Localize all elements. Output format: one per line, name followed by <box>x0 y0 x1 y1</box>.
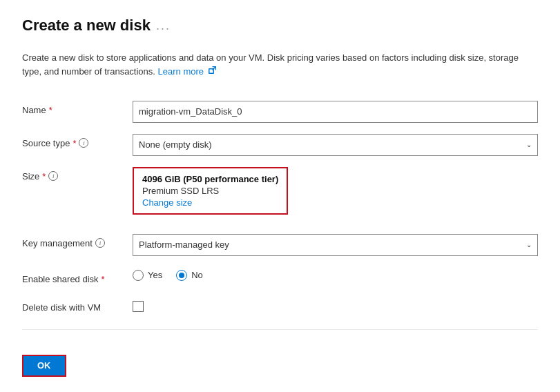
key-management-dropdown[interactable]: Platform-managed key ⌄ <box>133 234 538 256</box>
source-type-control-cell: None (empty disk) ⌄ <box>133 134 538 156</box>
source-type-label: Source type * i <box>22 138 122 148</box>
source-type-dropdown[interactable]: None (empty disk) ⌄ <box>133 134 538 156</box>
source-type-chevron-icon: ⌄ <box>526 141 532 148</box>
size-box: 4096 GiB (P50 performance tier) Premium … <box>133 167 288 215</box>
external-link-icon <box>209 64 216 78</box>
enable-shared-label-cell: Enable shared disk * <box>22 270 133 284</box>
name-required: * <box>49 105 52 115</box>
page-title: Create a new disk <box>22 17 151 35</box>
learn-more-link[interactable]: Learn more <box>158 66 216 77</box>
source-type-required: * <box>73 138 76 148</box>
header-ellipsis: ... <box>156 19 171 33</box>
enable-shared-label: Enable shared disk * <box>22 274 122 284</box>
delete-disk-checkbox[interactable] <box>133 301 144 312</box>
page-header: Create a new disk ... <box>22 17 538 35</box>
enable-shared-control-cell: Yes No <box>133 270 538 281</box>
key-management-row: Key management i Platform-managed key ⌄ <box>22 228 538 262</box>
size-label-cell: Size * i <box>22 167 133 182</box>
size-label: Size * i <box>22 171 122 182</box>
radio-no-button[interactable] <box>176 270 187 281</box>
key-management-info-icon[interactable]: i <box>95 238 105 248</box>
name-label-cell: Name * <box>22 101 133 115</box>
size-required: * <box>42 171 46 182</box>
key-management-control-cell: Platform-managed key ⌄ <box>133 234 538 256</box>
enable-shared-radio-group: Yes No <box>133 270 203 281</box>
name-input[interactable] <box>133 101 538 123</box>
size-main-text: 4096 GiB (P50 performance tier) <box>142 174 278 184</box>
name-control-cell <box>133 101 538 123</box>
key-management-chevron-icon: ⌄ <box>526 241 532 248</box>
delete-disk-label: Delete disk with VM <box>22 302 101 313</box>
source-type-info-icon[interactable]: i <box>79 138 88 148</box>
description-text: Create a new disk to store applications … <box>22 52 519 77</box>
size-row: Size * i 4096 GiB (P50 performance tier)… <box>22 161 538 220</box>
enable-shared-required: * <box>102 274 105 284</box>
radio-no-label[interactable]: No <box>176 270 203 281</box>
divider <box>22 329 538 330</box>
radio-yes-button[interactable] <box>133 270 144 281</box>
radio-no-dot <box>179 273 184 278</box>
source-type-label-cell: Source type * i <box>22 134 133 148</box>
name-label: Name * <box>22 105 122 115</box>
size-sub-text: Premium SSD LRS <box>142 186 278 196</box>
delete-disk-control-cell <box>133 298 538 312</box>
size-info-icon[interactable]: i <box>48 171 58 181</box>
page-description: Create a new disk to store applications … <box>22 51 519 79</box>
radio-yes-label[interactable]: Yes <box>133 270 162 281</box>
size-control-cell: 4096 GiB (P50 performance tier) Premium … <box>133 167 538 215</box>
delete-disk-row: Delete disk with VM <box>22 293 538 318</box>
key-management-label-cell: Key management i <box>22 234 133 248</box>
enable-shared-disk-row: Enable shared disk * Yes No <box>22 264 538 290</box>
key-management-label: Key management i <box>22 238 122 248</box>
change-size-link[interactable]: Change size <box>142 197 278 208</box>
delete-disk-label-cell: Delete disk with VM <box>22 298 133 313</box>
ok-button[interactable]: OK <box>22 355 66 377</box>
source-type-row: Source type * i None (empty disk) ⌄ <box>22 128 538 161</box>
name-row: Name * <box>22 95 538 128</box>
